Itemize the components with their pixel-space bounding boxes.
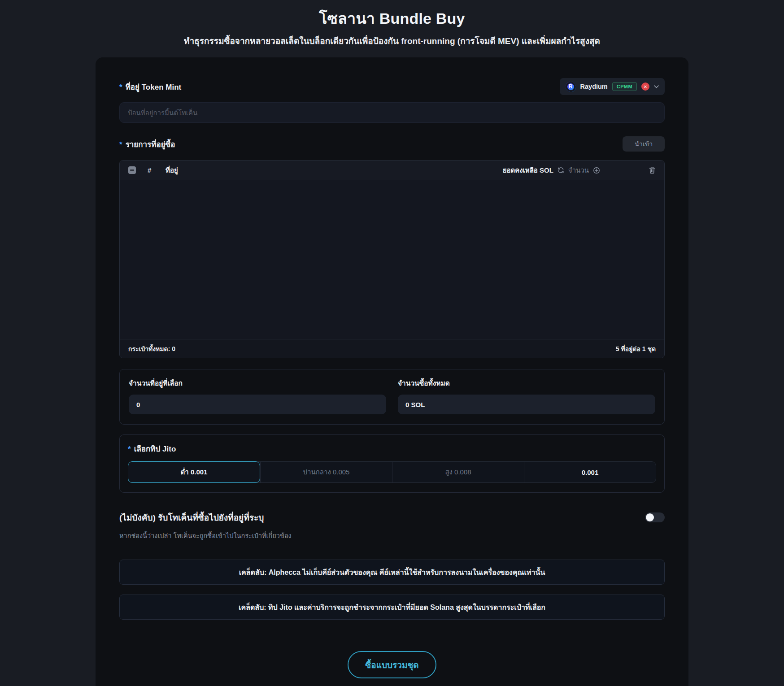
dex-pool-type-badge: CPMM bbox=[612, 82, 637, 91]
receiver-hint: หากช่องนี้ว่างเปล่า โทเค็นจะถูกซื้อเข้าไ… bbox=[119, 530, 665, 541]
column-index: # bbox=[148, 166, 166, 174]
address-table-header: # ที่อยู่ ยอดคงเหลือ SOL จำนวน bbox=[120, 161, 664, 180]
jito-tip-group: *เลือกทิป Jito ต่ำ 0.001 ปานกลาง 0.005 ส… bbox=[119, 434, 665, 493]
jito-tip-low[interactable]: ต่ำ 0.001 bbox=[128, 461, 260, 483]
header-right-columns: ยอดคงเหลือ SOL จำนวน bbox=[503, 165, 600, 176]
page-title-thai: โซลานา bbox=[319, 10, 375, 27]
address-list-label: *รายการที่อยู่ซื้อ bbox=[119, 138, 175, 150]
address-list-header-row: *รายการที่อยู่ซื้อ นำเข้า bbox=[119, 136, 665, 152]
selected-count-input[interactable] bbox=[129, 395, 386, 414]
chevron-down-icon[interactable] bbox=[654, 85, 659, 88]
receiver-label: (ไม่บังคับ) รับโทเค็นที่ซื้อไปยังที่อยู่… bbox=[119, 511, 264, 524]
jito-tip-label-text: เลือกทิป Jito bbox=[134, 445, 176, 453]
column-amount: จำนวน bbox=[568, 165, 589, 176]
total-buy-label: จำนวนซื้อทั้งหมด bbox=[398, 378, 655, 389]
receiver-toggle[interactable] bbox=[645, 512, 665, 522]
clear-dex-icon[interactable]: ✕ bbox=[641, 82, 649, 91]
jito-tip-label: *เลือกทิป Jito bbox=[128, 443, 656, 455]
selected-count-label: จำนวนที่อยู่ที่เลือก bbox=[129, 378, 386, 389]
jito-tip-medium[interactable]: ปานกลาง 0.005 bbox=[260, 462, 392, 482]
addresses-per-bundle-text: 5 ที่อยู่ต่อ 1 ชุด bbox=[616, 344, 656, 354]
tip-box-jito-fee: เคล็ดลับ: ทิป Jito และค่าบริการจะถูกชำระ… bbox=[119, 595, 665, 620]
page-title: โซลานา Bundle Buy bbox=[0, 6, 784, 30]
bundle-buy-card: *ที่อยู่ Token Mint R Raydium CPMM ✕ *รา… bbox=[96, 57, 688, 686]
delete-all-icon[interactable] bbox=[649, 166, 656, 174]
dex-selector[interactable]: R Raydium CPMM ✕ bbox=[560, 78, 665, 95]
token-mint-header-row: *ที่อยู่ Token Mint R Raydium CPMM ✕ bbox=[119, 78, 665, 95]
tip-box-keys: เคล็ดลับ: Alphecca ไม่เก็บคีย์ส่วนตัวของ… bbox=[119, 560, 665, 585]
page-subtitle: ทำธุรกรรมซื้อจากหลายวอลเล็ตในบล็อกเดียวก… bbox=[0, 34, 784, 48]
token-mint-input[interactable] bbox=[119, 102, 665, 123]
jito-tip-custom-input[interactable]: 0.001 bbox=[524, 462, 656, 482]
address-table-body bbox=[120, 180, 664, 339]
refresh-balance-icon[interactable] bbox=[558, 167, 564, 174]
address-list-label-text: รายการที่อยู่ซื้อ bbox=[126, 140, 175, 149]
address-table-footer: กระเป๋าทั้งหมด: 0 5 ที่อยู่ต่อ 1 ชุด bbox=[120, 339, 664, 358]
summary-group: จำนวนที่อยู่ที่เลือก จำนวนซื้อทั้งหมด bbox=[119, 369, 665, 425]
toggle-knob bbox=[646, 513, 654, 521]
page-header: โซลานา Bundle Buy ทำธุรกรรมซื้อจากหลายวอ… bbox=[0, 0, 784, 48]
total-buy-field: จำนวนซื้อทั้งหมด bbox=[398, 378, 655, 414]
column-balance: ยอดคงเหลือ SOL bbox=[503, 165, 553, 176]
total-wallets-text: กระเป๋าทั้งหมด: 0 bbox=[128, 344, 175, 354]
select-all-checkbox[interactable] bbox=[128, 166, 136, 174]
required-asterisk: * bbox=[119, 83, 122, 91]
token-mint-label-text: ที่อยู่ Token Mint bbox=[126, 83, 182, 91]
page-title-en: Bundle Buy bbox=[379, 10, 465, 27]
selected-count-field: จำนวนที่อยู่ที่เลือก bbox=[129, 378, 386, 414]
address-table: # ที่อยู่ ยอดคงเหลือ SOL จำนวน กระเป๋าทั… bbox=[119, 160, 665, 358]
required-asterisk: * bbox=[119, 140, 122, 149]
receiver-toggle-row: (ไม่บังคับ) รับโทเค็นที่ซื้อไปยังที่อยู่… bbox=[119, 511, 665, 524]
jito-tip-high[interactable]: สูง 0.008 bbox=[392, 462, 524, 482]
column-address: ที่อยู่ bbox=[166, 165, 178, 176]
raydium-logo-icon: R bbox=[566, 82, 576, 92]
total-buy-input[interactable] bbox=[398, 395, 655, 414]
import-button[interactable]: นำเข้า bbox=[623, 136, 665, 152]
dex-name: Raydium bbox=[580, 83, 608, 90]
token-mint-label: *ที่อยู่ Token Mint bbox=[119, 81, 181, 93]
jito-tip-options: ต่ำ 0.001 ปานกลาง 0.005 สูง 0.008 0.001 bbox=[128, 461, 656, 483]
edit-amount-icon[interactable] bbox=[593, 167, 600, 174]
required-asterisk: * bbox=[128, 445, 131, 453]
bundle-buy-button[interactable]: ซื้อแบบรวมชุด bbox=[348, 651, 436, 678]
action-area: ซื้อแบบรวมชุด ค่าบริการ: 0.008 SOL ต่อที… bbox=[119, 651, 665, 686]
